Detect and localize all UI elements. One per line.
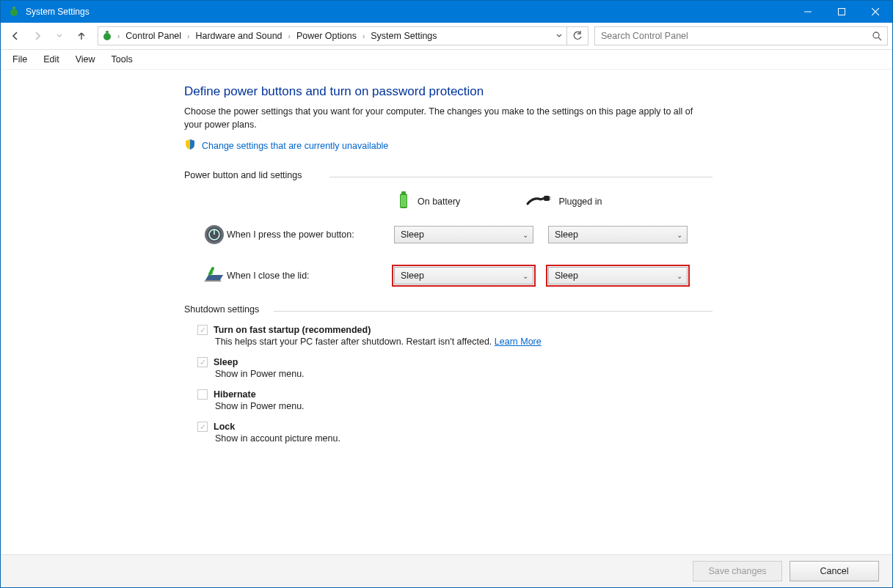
row-close-lid: When I close the lid: Sleep⌄ Sleep⌄ (202, 263, 712, 288)
cancel-button[interactable]: Cancel (790, 561, 879, 581)
menubar: File Edit View Tools (1, 50, 892, 70)
power-button-icon (202, 222, 227, 247)
learn-more-link[interactable]: Learn More (495, 337, 542, 347)
fast-startup-desc: This helps start your PC faster after sh… (215, 337, 495, 347)
column-on-battery: On battery (397, 191, 460, 212)
breadcrumb-power-options[interactable]: Power Options (292, 27, 361, 45)
change-settings-link[interactable]: Change settings that are currently unava… (202, 141, 388, 151)
fast-startup-title: Turn on fast startup (recommended) (214, 325, 371, 335)
svg-rect-1 (12, 7, 15, 9)
svg-rect-11 (401, 191, 406, 194)
address-bar[interactable]: › Control Panel › Hardware and Sound › P… (98, 26, 588, 45)
breadcrumb-hardware-sound[interactable]: Hardware and Sound (191, 27, 286, 45)
menu-edit[interactable]: Edit (36, 53, 67, 66)
row-power-button-label: When I press the power button: (227, 229, 394, 240)
refresh-button[interactable] (566, 27, 588, 45)
sleep-title: Sleep (214, 357, 238, 367)
svg-line-9 (878, 37, 881, 40)
fast-startup-checkbox[interactable] (197, 325, 208, 335)
shield-icon (184, 139, 196, 152)
chevron-right-icon: › (186, 32, 191, 40)
breadcrumb-system-settings[interactable]: System Settings (366, 27, 441, 45)
recent-dropdown[interactable] (49, 26, 70, 46)
column-plugged-in: Plugged in (526, 194, 602, 209)
breadcrumb-control-panel[interactable]: Control Panel (121, 27, 186, 45)
lock-checkbox[interactable] (197, 422, 208, 432)
back-button[interactable] (5, 26, 26, 46)
chevron-down-icon: ⌄ (677, 231, 682, 239)
minimize-button[interactable] (791, 1, 825, 23)
navbar: › Control Panel › Hardware and Sound › P… (1, 23, 892, 50)
svg-point-8 (873, 32, 879, 38)
sleep-checkbox[interactable] (197, 357, 208, 367)
close-lid-plugged-select[interactable]: Sleep⌄ (548, 267, 688, 284)
power-button-battery-select[interactable]: Sleep⌄ (394, 226, 533, 243)
hibernate-checkbox[interactable] (197, 389, 208, 400)
svg-rect-12 (401, 195, 407, 207)
group-shutdown-header: Shutdown settings (184, 304, 712, 315)
chevron-down-icon: ⌄ (677, 272, 682, 280)
svg-rect-3 (839, 9, 845, 15)
plug-icon (526, 194, 551, 209)
option-lock: Lock Show in account picture menu. (197, 422, 712, 444)
close-button[interactable] (859, 1, 892, 23)
lock-desc: Show in account picture menu. (215, 433, 712, 444)
lock-title: Lock (214, 422, 235, 432)
search-icon[interactable] (867, 31, 887, 41)
svg-rect-7 (106, 31, 109, 33)
footer: Save changes Cancel (1, 554, 892, 587)
row-power-button: When I press the power button: Sleep⌄ Sl… (202, 222, 712, 247)
svg-rect-13 (544, 196, 550, 201)
power-button-plugged-select[interactable]: Sleep⌄ (548, 226, 688, 243)
up-button[interactable] (71, 26, 92, 46)
forward-button[interactable] (27, 26, 48, 46)
chevron-right-icon: › (361, 32, 366, 40)
option-fast-startup: Turn on fast startup (recommended) This … (197, 325, 712, 347)
chevron-right-icon: › (287, 32, 292, 40)
address-dropdown[interactable] (551, 33, 566, 39)
laptop-lid-icon (202, 263, 227, 288)
chevron-down-icon: ⌄ (522, 231, 528, 239)
svg-point-6 (103, 33, 111, 40)
chevron-right-icon: › (116, 32, 121, 40)
page-title: Define power buttons and turn on passwor… (184, 84, 712, 99)
maximize-button[interactable] (825, 1, 859, 23)
page-description: Choose the power settings that you want … (184, 105, 712, 131)
hibernate-desc: Show in Power menu. (215, 401, 712, 411)
content-area: Define power buttons and turn on passwor… (1, 70, 892, 554)
search-box[interactable] (594, 26, 888, 45)
app-icon (8, 6, 20, 18)
search-input[interactable] (595, 31, 867, 41)
window-title: System Settings (26, 7, 90, 17)
option-hibernate: Hibernate Show in Power menu. (197, 389, 712, 411)
control-panel-icon (98, 30, 116, 42)
svg-point-0 (10, 9, 18, 16)
save-button[interactable]: Save changes (693, 561, 782, 581)
option-sleep: Sleep Show in Power menu. (197, 357, 712, 379)
hibernate-title: Hibernate (214, 389, 256, 400)
menu-view[interactable]: View (68, 53, 103, 66)
close-lid-battery-select[interactable]: Sleep⌄ (394, 267, 533, 284)
group-power-lid-header: Power button and lid settings (184, 170, 712, 180)
menu-file[interactable]: File (5, 53, 34, 66)
column-plugged-in-label: Plugged in (558, 196, 602, 207)
column-on-battery-label: On battery (418, 196, 460, 207)
titlebar: System Settings (1, 1, 892, 23)
sleep-desc: Show in Power menu. (215, 369, 712, 379)
menu-tools[interactable]: Tools (104, 53, 140, 66)
battery-icon (397, 191, 410, 212)
row-close-lid-label: When I close the lid: (227, 271, 394, 281)
chevron-down-icon: ⌄ (522, 272, 528, 280)
